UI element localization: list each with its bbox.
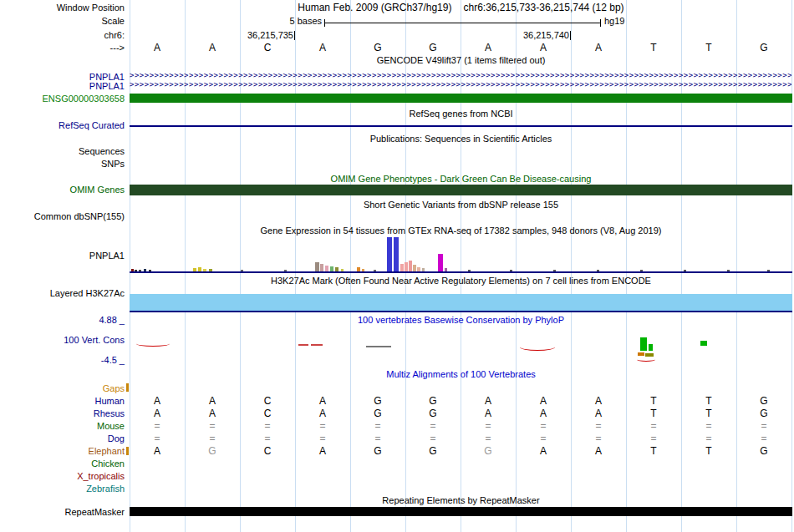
omim-gene-bar[interactable] xyxy=(130,185,792,195)
base-letter: = xyxy=(626,420,681,433)
window-position-label: Window Position xyxy=(0,3,127,13)
base-letter: = xyxy=(130,433,185,445)
conservation-mark xyxy=(645,353,654,357)
base-letter: G xyxy=(350,445,405,458)
gtex-expression-bar[interactable] xyxy=(438,254,443,271)
species-label-gaps[interactable]: Gaps xyxy=(0,383,127,394)
gtex-expression-bar[interactable] xyxy=(387,237,392,271)
dbsnp-track-title: Short Genetic Variants from dbSNP releas… xyxy=(130,200,792,210)
ensg-gene-bar[interactable] xyxy=(130,94,792,103)
h3k27ac-signal-bar[interactable] xyxy=(130,294,792,311)
phylop-scale-max: 4.88 _ xyxy=(0,315,127,326)
gene-label-ensg[interactable]: ENSG00000303658 xyxy=(0,94,127,104)
transcript-strand-arrows-2[interactable]: >>>>>>>>>>>>>>>>>>>>>>>>>>>>>>>>>>>>>>>>… xyxy=(130,80,791,89)
omim-genes-label[interactable]: OMIM Genes xyxy=(0,185,127,195)
coordinate-tick xyxy=(570,31,571,40)
base-letter: G xyxy=(736,408,791,420)
species-label-mouse[interactable]: Mouse xyxy=(0,421,127,432)
alignment-row-dog: ============ xyxy=(130,433,791,445)
coordinate-text: 36,215,740 xyxy=(523,30,569,40)
position-title: Human Feb. 2009 (GRCh37/hg19) chr6:36,21… xyxy=(130,2,792,13)
base-letter: T xyxy=(626,445,681,458)
base-letter: C xyxy=(240,42,295,54)
gtex-expression-bar[interactable] xyxy=(320,264,323,271)
base-letter: = xyxy=(350,420,405,433)
species-label-rhesus[interactable]: Rhesus xyxy=(0,408,127,419)
base-letter: A xyxy=(571,42,626,54)
species-label-dog[interactable]: Dog xyxy=(0,433,127,444)
base-letter: = xyxy=(130,420,185,433)
conservation-mark xyxy=(640,337,647,351)
base-letter: A xyxy=(516,408,571,420)
conservation-mark xyxy=(637,357,655,362)
base-letter: A xyxy=(295,42,350,54)
base-letter: G xyxy=(405,395,461,408)
base-letter: A xyxy=(185,42,240,54)
gene-label-pnpla1-2[interactable]: PNPLA1 xyxy=(0,81,127,92)
h3k27ac-baseline xyxy=(130,311,792,312)
base-letter: = xyxy=(240,420,295,433)
base-letter: = xyxy=(350,433,405,445)
base-letter: A xyxy=(130,42,185,54)
base-letter: A xyxy=(461,395,516,408)
layered-h3k27ac-label[interactable]: Layered H3K27Ac xyxy=(0,288,127,299)
common-dbsnp-label[interactable]: Common dbSNP(155) xyxy=(0,211,127,222)
scale-bar xyxy=(324,19,601,27)
base-letter: A xyxy=(295,408,350,420)
base-letter: A xyxy=(185,395,240,408)
chrom-label: chr6: xyxy=(0,30,127,41)
sequences-label[interactable]: Sequences xyxy=(0,146,127,157)
transcript-strand-arrows-1[interactable]: >>>>>>>>>>>>>>>>>>>>>>>>>>>>>>>>>>>>>>>>… xyxy=(130,71,791,80)
base-letter: = xyxy=(295,433,350,445)
base-letter: = xyxy=(185,420,240,433)
base-letter: T xyxy=(681,42,736,54)
base-letter: A xyxy=(516,395,571,408)
phylop-track-title: 100 vertebrates Basewise Conservation by… xyxy=(130,315,792,326)
repeatmasker-bar[interactable] xyxy=(130,507,792,516)
species-label-elephant[interactable]: Elephant xyxy=(0,446,127,457)
alignment-row-mouse: ============ xyxy=(130,420,791,433)
base-letter: A xyxy=(571,445,626,458)
gtex-expression-bar[interactable] xyxy=(409,261,412,271)
base-letter: = xyxy=(185,433,240,445)
phylop-scale-min: -4.5 _ xyxy=(0,355,127,366)
base-letter: G xyxy=(350,395,405,408)
alignment-row-human: AACAGGAAATTG xyxy=(130,395,791,408)
gtex-expression-bar[interactable] xyxy=(400,264,404,271)
publications-track-title: Publications: Sequences in Scientific Ar… xyxy=(130,134,792,144)
base-letter: = xyxy=(461,433,516,445)
base-letter: = xyxy=(405,420,461,433)
conservation-mark xyxy=(700,341,707,346)
gtex-expression-bar[interactable] xyxy=(394,237,399,271)
omim-track-title: OMIM Gene Phenotypes - Dark Green Can Be… xyxy=(130,174,792,185)
base-letter: A xyxy=(185,408,240,420)
base-letter: C xyxy=(240,445,295,458)
coordinate-tick xyxy=(294,31,295,40)
repeatmasker-label[interactable]: RepeatMasker xyxy=(0,507,127,518)
gtex-expression-bar[interactable] xyxy=(315,262,319,271)
refseq-curated-label[interactable]: RefSeq Curated xyxy=(0,120,127,131)
species-label-x_tropicalis[interactable]: X_tropicalis xyxy=(0,471,127,482)
base-letter: = xyxy=(240,433,295,445)
base-letter: G xyxy=(350,42,405,54)
base-letter: = xyxy=(736,433,791,445)
species-label-zebrafish[interactable]: Zebrafish xyxy=(0,484,127,494)
coordinate-label-right: 36,215,740 xyxy=(523,30,571,41)
conservation-mark xyxy=(311,344,323,346)
base-letter: A xyxy=(516,445,571,458)
species-label-human[interactable]: Human xyxy=(0,396,127,407)
base-letter: A xyxy=(130,445,185,458)
gtex-expression-bar[interactable] xyxy=(325,266,328,271)
base-letter: = xyxy=(516,433,571,445)
gtex-expression-bar[interactable] xyxy=(405,262,408,271)
species-label-chicken[interactable]: Chicken xyxy=(0,459,127,469)
gencode-track-title: GENCODE V49lift37 (1 items filtered out) xyxy=(130,55,792,66)
assembly-short: hg19 xyxy=(604,16,624,27)
alignment-row-elephant: AGCAGGGAATTG xyxy=(130,445,791,458)
gtex-expression-bar[interactable] xyxy=(413,265,416,271)
coordinate-text: 36,215,735 xyxy=(247,30,293,40)
snps-label[interactable]: SNPs xyxy=(0,159,127,170)
base-letter: T xyxy=(681,445,736,458)
base-letter: = xyxy=(405,433,461,445)
refseq-gene-line[interactable] xyxy=(130,125,792,127)
